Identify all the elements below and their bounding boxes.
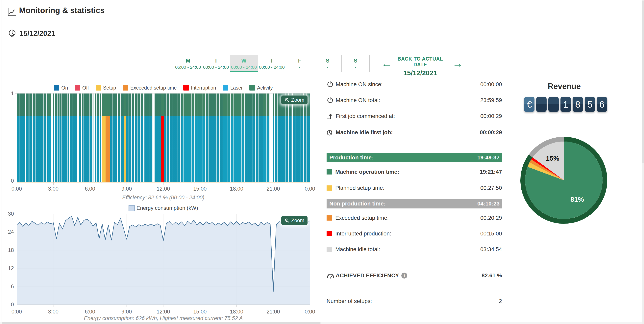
timeline-segment-production <box>275 94 292 182</box>
stat-first-job-commenced: First job commenced at: 00:00:29 <box>326 112 502 121</box>
laser-swatch <box>223 85 228 91</box>
monitoring-chart-icon <box>7 7 16 17</box>
power-icon <box>326 81 336 88</box>
week-day-wednesday-selected[interactable]: W 00:00 - 24:00 <box>230 55 258 72</box>
timeline-segment-idle <box>270 94 272 182</box>
exceeded-setup-swatch <box>123 85 128 91</box>
week-day-monday[interactable]: M 06:00 - 24:00 <box>174 55 202 72</box>
stat-achieved-efficiency: ACHIEVED EFFICIENCY i 82.61 % <box>326 271 502 280</box>
revenue-digit-tile: 8 <box>572 97 583 112</box>
revenue-title: Revenue <box>524 82 604 91</box>
legend-item-off[interactable]: Off <box>75 85 89 91</box>
revenue-counter: € 1 8 5 6 <box>524 97 607 112</box>
revenue-currency-tile: € <box>524 97 534 112</box>
timeline-segment-production <box>55 94 57 182</box>
page-title: Monitoring & statistics <box>19 6 104 15</box>
week-day-sunday[interactable]: S - <box>342 55 370 72</box>
revenue-digit-tile: 6 <box>597 97 607 112</box>
timeline-legend: On Off Setup Exceeded setup time Interru… <box>17 84 310 91</box>
timeline-segment-production <box>60 94 62 182</box>
machine-state-timeline-chart[interactable]: Zoom <box>17 93 310 182</box>
production-time-banner: Production time: 19:49:37 <box>326 153 502 162</box>
timeline-segment-production <box>97 94 100 182</box>
current-date: 15/12/2021 <box>20 29 55 38</box>
energy-x-axis-labels: 0:00 3:00 6:00 9:00 12:00 15:00 18:00 21… <box>17 309 310 315</box>
legend-item-setup[interactable]: Setup <box>96 85 116 91</box>
horizontal-scrollbar-thumb[interactable] <box>2 322 320 324</box>
legend-item-energy[interactable]: Energy consumption (kW) <box>128 205 198 211</box>
timeline-segment-idle <box>77 94 79 182</box>
timeline-ytick-0: 0 <box>3 178 14 184</box>
legend-item-interruption[interactable]: Interruption <box>183 85 216 91</box>
stat-exceeded-setup-time: Exceeded setup time: 00:20:29 <box>326 214 502 222</box>
week-day-saturday[interactable]: S - <box>314 55 342 72</box>
time-distribution-pie-chart: 81% 15% <box>514 131 614 230</box>
svg-text:z: z <box>331 129 332 131</box>
monitoring-dashboard: Monitoring & statistics 15/12/2021 M 06:… <box>0 0 644 324</box>
stat-number-of-setups: Number of setups: 2 <box>326 297 502 305</box>
energy-zoom-button[interactable]: Zoom <box>281 216 308 225</box>
energy-ytick-24: 24 <box>3 229 14 235</box>
stat-machine-on-total: Machine ON total: 23:59:59 <box>326 96 502 105</box>
timeline-segment-setup <box>124 94 126 182</box>
back-to-actual-date-button[interactable]: BACK TO ACTUAL DATE 15/12/2021 <box>392 56 448 77</box>
timeline-segment-production <box>164 94 270 182</box>
week-day-tuesday[interactable]: T 00:00 - 24:00 <box>202 55 230 72</box>
timeline-segment-production <box>118 94 124 182</box>
timeline-segment-idle <box>94 94 95 182</box>
timeline-segment-production <box>17 94 25 182</box>
timeline-segment-production <box>144 94 153 182</box>
timeline-segment-setup <box>102 94 105 182</box>
timeline-x-axis-labels: 0:00 3:00 6:00 9:00 12:00 15:00 18:00 21… <box>17 186 310 193</box>
energy-ytick-30: 30 <box>3 211 14 217</box>
timeline-zoom-button[interactable]: Zoom <box>281 96 308 104</box>
timeline-segment-production <box>62 94 69 182</box>
energy-swatch <box>128 205 134 211</box>
timeline-segment-exceeded_setup <box>106 94 110 182</box>
energy-legend: Energy consumption (kW) <box>17 204 310 212</box>
timeline-segment-production <box>79 94 81 182</box>
legend-item-laser[interactable]: Laser <box>223 85 243 91</box>
idle-clock-icon: z z <box>326 129 336 136</box>
timeline-segment-production <box>126 94 134 182</box>
planned-setup-swatch <box>326 185 332 191</box>
week-selector: M 06:00 - 24:00 T 00:00 - 24:00 W 00:00 … <box>174 55 370 72</box>
timeline-segment-production <box>110 94 116 182</box>
efficiency-caption: Efficiency: 82.61 % (00:00 - 24:00) <box>17 195 310 201</box>
stat-machine-operation-time: Machine operation time: 19:21:47 <box>326 168 502 176</box>
legend-item-on[interactable]: On <box>54 85 68 91</box>
previous-day-arrow-icon[interactable]: ← <box>381 58 392 69</box>
legend-item-activity[interactable]: Activity <box>250 85 272 91</box>
timeline-tick <box>15 94 17 94</box>
vertical-scrollbar-thumb[interactable] <box>642 1 644 163</box>
exceeded-setup-swatch <box>326 215 332 221</box>
legend-item-exceeded-setup[interactable]: Exceeded setup time <box>123 85 176 91</box>
energy-ytick-6: 6 <box>3 283 14 290</box>
energy-consumption-chart[interactable]: Zoom <box>17 214 310 307</box>
timeline-segment-production <box>84 94 94 182</box>
energy-ytick-0: 0 <box>3 301 14 308</box>
stat-machine-idle-total: Machine idle total: 03:34:54 <box>326 245 502 254</box>
energy-area-chart-svg <box>17 214 310 307</box>
pie-label-81: 81% <box>570 195 584 203</box>
timeline-ytick-1: 1 <box>3 91 14 97</box>
week-day-thursday[interactable]: T 00:00 - 24:00 <box>258 55 286 72</box>
timeline-segment-production <box>272 94 274 182</box>
pie-svg <box>514 131 614 230</box>
next-day-arrow-icon[interactable]: → <box>452 58 463 69</box>
revenue-digit-tile: 5 <box>585 97 595 112</box>
timeline-segment-production <box>70 94 77 182</box>
energy-caption: Energy consumption: 626 kWh, Highest mea… <box>17 315 310 321</box>
interrupted-swatch <box>326 231 332 236</box>
header-separator <box>0 24 642 24</box>
gauge-icon <box>326 272 336 279</box>
job-start-icon <box>326 113 336 120</box>
timeline-segment-production <box>154 94 161 182</box>
week-day-friday[interactable]: F - <box>286 55 314 72</box>
svg-text:z: z <box>333 130 334 132</box>
magnifier-plus-icon <box>284 98 290 103</box>
timeline-segment-idle <box>101 94 102 182</box>
stat-machine-on-since: Machine ON since: 00:00:00 <box>326 80 502 89</box>
info-icon[interactable]: i <box>401 272 407 278</box>
energy-ytick-18: 18 <box>3 247 14 253</box>
